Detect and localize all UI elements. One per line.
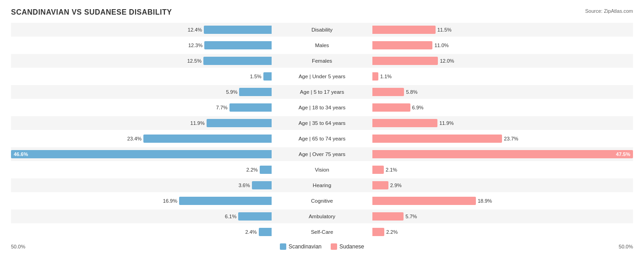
bar-pink <box>372 212 404 221</box>
bar-right-wrap: 12.0% <box>372 57 633 65</box>
bar-right-wrap: 6.9% <box>372 103 633 112</box>
bar-blue <box>263 72 272 81</box>
bar-row: 12.3% Males 11.0% <box>11 38 633 52</box>
bar-blue <box>143 135 272 143</box>
bar-pink <box>372 88 404 96</box>
bar-row: 12.4% Disability 11.5% <box>11 23 633 37</box>
row-center-label: Age | Under 5 years <box>272 74 372 79</box>
val-left: 7.7% <box>216 105 228 110</box>
row-left: 23.4% <box>11 132 272 145</box>
bar-blue <box>203 57 272 65</box>
bar-blue <box>238 212 272 221</box>
val-right: 11.0% <box>434 43 448 48</box>
row-right: 11.0% <box>372 38 633 52</box>
bar-row: 1.5% Age | Under 5 years 1.1% <box>11 70 633 83</box>
val-left: 23.4% <box>127 136 142 141</box>
val-left: 46.6% <box>11 151 28 157</box>
bar-right-wrap: 18.9% <box>372 197 633 205</box>
bar-pink <box>372 103 410 112</box>
row-center-label: Males <box>272 43 372 48</box>
bar-left-wrap: 12.5% <box>11 57 272 65</box>
chart-source: Source: ZipAtlas.com <box>585 8 633 14</box>
bar-left-wrap: 1.5% <box>11 72 272 81</box>
chart-footer: 50.0% Scandinavian Sudanese 50.0% <box>11 243 633 250</box>
bar-left-wrap: 3.6% <box>11 181 272 189</box>
bar-blue <box>204 26 272 34</box>
chart-title: SCANDINAVIAN VS SUDANESE DISABILITY <box>11 8 172 16</box>
legend-sudanese: Sudanese <box>331 243 364 250</box>
bar-pink: 47.5% <box>372 150 633 158</box>
row-left: 2.4% <box>11 225 272 239</box>
bar-left-wrap: 12.4% <box>11 26 272 34</box>
row-left: 16.9% <box>11 194 272 208</box>
bar-row: 3.6% Hearing 2.9% <box>11 178 633 192</box>
footer-scale-right: 50.0% <box>619 244 633 249</box>
bar-left-wrap: 5.9% <box>11 88 272 96</box>
bar-row: 2.4% Self-Care 2.2% <box>11 225 633 239</box>
bar-blue <box>207 119 272 127</box>
bar-pink <box>372 135 502 143</box>
bar-blue <box>204 41 272 49</box>
row-right: 11.5% <box>372 23 633 37</box>
bar-blue: 46.6% <box>11 150 272 158</box>
row-left: 11.9% <box>11 116 272 130</box>
legend-sudanese-label: Sudanese <box>339 243 364 250</box>
row-center-label: Vision <box>272 167 372 172</box>
bar-left-wrap: 12.3% <box>11 41 272 49</box>
row-center-label: Cognitive <box>272 198 372 204</box>
val-right: 11.5% <box>437 27 452 32</box>
row-center-label: Age | 35 to 64 years <box>272 120 372 126</box>
bar-blue <box>260 166 272 174</box>
legend-box-sudanese <box>331 243 337 250</box>
row-center-label: Age | 5 to 17 years <box>272 89 372 95</box>
row-center-label: Disability <box>272 27 372 32</box>
row-center-label: Self-Care <box>272 229 372 235</box>
row-left: 2.2% <box>11 163 272 177</box>
val-right: 18.9% <box>478 198 492 204</box>
val-left: 2.2% <box>246 167 258 172</box>
bar-left-wrap: 7.7% <box>11 103 272 112</box>
row-right: 5.8% <box>372 85 633 99</box>
bar-left-wrap: 46.6% <box>11 150 272 158</box>
bar-row: 11.9% Age | 35 to 64 years 11.9% <box>11 116 633 130</box>
row-right: 6.9% <box>372 101 633 114</box>
row-left: 3.6% <box>11 178 272 192</box>
val-right: 47.5% <box>616 151 633 157</box>
row-right: 2.1% <box>372 163 633 177</box>
row-right: 11.9% <box>372 116 633 130</box>
row-right: 18.9% <box>372 194 633 208</box>
row-left: 12.5% <box>11 54 272 68</box>
bar-row: 23.4% Age | 65 to 74 years 23.7% <box>11 132 633 145</box>
row-right: 5.7% <box>372 210 633 223</box>
val-left: 6.1% <box>225 214 236 219</box>
row-center-label: Ambulatory <box>272 214 372 219</box>
bar-row: 16.9% Cognitive 18.9% <box>11 194 633 208</box>
row-right: 12.0% <box>372 54 633 68</box>
footer-scale-left: 50.0% <box>11 244 25 249</box>
bar-right-wrap: 11.0% <box>372 41 633 49</box>
row-right: 1.1% <box>372 70 633 83</box>
bar-left-wrap: 23.4% <box>11 135 272 143</box>
val-right: 2.2% <box>386 229 398 235</box>
val-right: 11.9% <box>439 120 453 126</box>
bar-pink <box>372 181 388 189</box>
row-left: 46.6% <box>11 147 272 161</box>
val-right: 12.0% <box>440 58 454 64</box>
bar-pink <box>372 26 436 34</box>
legend: Scandinavian Sudanese <box>280 243 364 250</box>
row-center-label: Hearing <box>272 183 372 188</box>
bar-right-wrap: 2.9% <box>372 181 633 189</box>
val-right: 6.9% <box>412 105 424 110</box>
bar-blue <box>179 197 272 205</box>
row-right: 2.9% <box>372 178 633 192</box>
row-center-label: Age | Over 75 years <box>272 151 372 157</box>
bar-right-wrap: 2.1% <box>372 166 633 174</box>
bar-row: 5.9% Age | 5 to 17 years 5.8% <box>11 85 633 99</box>
bar-blue <box>239 88 272 96</box>
bar-right-wrap: 11.5% <box>372 26 633 34</box>
row-left: 6.1% <box>11 210 272 223</box>
row-right: 47.5% <box>372 147 633 161</box>
bar-blue <box>229 103 272 112</box>
row-center-label: Age | 65 to 74 years <box>272 136 372 141</box>
bar-row: 7.7% Age | 18 to 34 years 6.9% <box>11 101 633 114</box>
